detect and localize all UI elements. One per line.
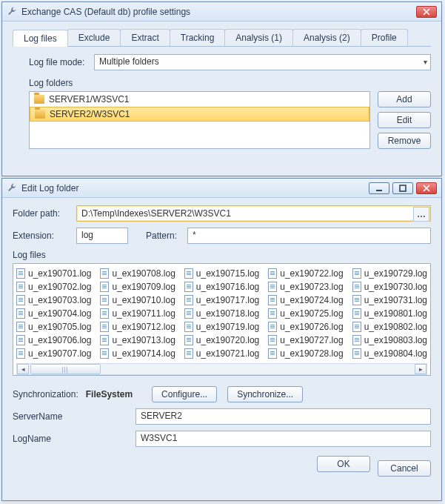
file-icon (184, 348, 193, 359)
minimize-button[interactable] (369, 182, 389, 194)
add-button[interactable]: Add (378, 91, 431, 107)
log-name-input[interactable]: W3SVC1 (135, 431, 431, 447)
file-name: u_ex190729.log (364, 268, 427, 279)
file-name: u_ex190711.log (112, 308, 175, 319)
file-item[interactable]: u_ex190712.log (100, 320, 175, 334)
server-name-input[interactable]: SERVER2 (135, 408, 431, 425)
maximize-button[interactable] (392, 182, 413, 194)
file-item[interactable]: u_ex190731.log (352, 294, 427, 307)
browse-button[interactable]: … (413, 207, 429, 222)
log-file-mode-select[interactable]: Multiple folders ▾ (94, 54, 431, 70)
file-item[interactable]: u_ex190730.log (352, 280, 427, 294)
file-item[interactable]: u_ex190721.log (184, 347, 259, 360)
synchronize-button[interactable]: Synchronize... (227, 386, 303, 402)
scroll-right-button[interactable]: ▸ (415, 364, 426, 374)
file-item[interactable]: u_ex190728.log (268, 347, 343, 360)
list-item[interactable]: SERVER2/W3SVC1 (30, 107, 369, 122)
file-item[interactable]: u_ex190702.log (16, 280, 91, 294)
file-name: u_ex190801.log (364, 308, 427, 319)
file-item[interactable]: u_ex190724.log (268, 294, 343, 307)
file-item[interactable]: u_ex190804.log (352, 347, 427, 360)
log-folders-label: Log folders (29, 78, 431, 88)
edit-log-folder-window: Edit Log folder Folder path: D:\Temp\Ind… (1, 178, 442, 501)
pattern-input[interactable]: * (187, 228, 431, 244)
file-item[interactable]: u_ex190707.log (16, 347, 91, 360)
file-item[interactable]: u_ex190703.log (16, 294, 91, 307)
wrench-icon (7, 7, 17, 17)
file-item[interactable]: u_ex190726.log (268, 320, 343, 334)
log-files-label: Log files (13, 250, 431, 260)
configure-button[interactable]: Configure... (152, 386, 217, 402)
tab-extract[interactable]: Extract (120, 29, 170, 46)
file-item[interactable]: u_ex190802.log (352, 320, 427, 334)
file-icon (184, 268, 193, 279)
file-icon (100, 348, 109, 359)
files-list[interactable]: u_ex190701.logu_ex190702.logu_ex190703.l… (13, 263, 431, 376)
svg-rect-0 (376, 190, 382, 191)
pattern-label: Pattern: (146, 231, 183, 241)
file-icon (268, 268, 277, 279)
tab-exclude[interactable]: Exclude (67, 29, 121, 46)
close-button[interactable] (416, 182, 437, 194)
edit-button[interactable]: Edit (378, 112, 431, 128)
file-item[interactable]: u_ex190717.log (184, 294, 259, 307)
cancel-button[interactable]: Cancel (378, 460, 431, 477)
file-name: u_ex190722.log (280, 268, 343, 279)
file-item[interactable]: u_ex190727.log (268, 334, 343, 347)
file-item[interactable]: u_ex190709.log (100, 280, 175, 294)
file-item[interactable]: u_ex190705.log (16, 320, 91, 334)
file-icon (16, 335, 25, 345)
tab-log-files[interactable]: Log files (13, 30, 68, 47)
file-name: u_ex190720.log (196, 335, 259, 345)
file-item[interactable]: u_ex190704.log (16, 307, 91, 320)
remove-button[interactable]: Remove (378, 133, 431, 149)
tab-profile[interactable]: Profile (361, 29, 408, 46)
file-name: u_ex190725.log (280, 308, 343, 319)
file-name: u_ex190713.log (112, 335, 175, 345)
file-item[interactable]: u_ex190715.log (184, 267, 259, 280)
file-icon (184, 295, 193, 305)
scroll-left-button[interactable]: ◂ (17, 364, 29, 374)
file-item[interactable]: u_ex190729.log (352, 267, 427, 280)
ok-button[interactable]: OK (317, 456, 370, 472)
close-button[interactable] (416, 6, 437, 18)
file-item[interactable]: u_ex190718.log (184, 307, 259, 320)
file-item[interactable]: u_ex190801.log (352, 307, 427, 320)
tab-analysis-2[interactable]: Analysis (2) (292, 29, 361, 46)
file-item[interactable]: u_ex190714.log (100, 347, 175, 360)
file-item[interactable]: u_ex190803.log (352, 334, 427, 347)
folder-path-input[interactable]: D:\Temp\Indexes\SERVER2\W3SVC1 … (76, 205, 431, 222)
file-icon (16, 268, 25, 279)
log-name-label: LogName (13, 434, 131, 444)
file-item[interactable]: u_ex190701.log (16, 267, 91, 280)
file-item[interactable]: u_ex190723.log (268, 280, 343, 294)
log-folders-list[interactable]: SERVER1/W3SVC1 SERVER2/W3SVC1 (29, 91, 370, 149)
file-item[interactable]: u_ex190710.log (100, 294, 175, 307)
file-name: u_ex190701.log (28, 268, 91, 279)
extension-input[interactable]: log (76, 228, 128, 244)
file-item[interactable]: u_ex190716.log (184, 280, 259, 294)
file-item[interactable]: u_ex190719.log (184, 320, 259, 334)
file-item[interactable]: u_ex190720.log (184, 334, 259, 347)
extension-label: Extension: (13, 231, 72, 241)
file-icon (100, 335, 109, 345)
tab-analysis-1[interactable]: Analysis (1) (224, 29, 293, 46)
list-item[interactable]: SERVER1/W3SVC1 (30, 92, 369, 107)
log-file-mode-value: Multiple folders (99, 56, 159, 67)
scrollbar-thumb[interactable] (30, 364, 101, 374)
file-item[interactable]: u_ex190706.log (16, 334, 91, 347)
titlebar[interactable]: Exchange CAS (Default db) profile settin… (2, 2, 441, 21)
tab-tracking[interactable]: Tracking (170, 29, 226, 46)
file-icon (100, 322, 109, 332)
file-icon (184, 322, 193, 332)
file-item[interactable]: u_ex190722.log (268, 267, 343, 280)
file-name: u_ex190731.log (364, 295, 427, 305)
file-icon (16, 348, 25, 359)
file-item[interactable]: u_ex190725.log (268, 307, 343, 320)
titlebar[interactable]: Edit Log folder (2, 179, 441, 198)
file-item[interactable]: u_ex190713.log (100, 334, 175, 347)
file-item[interactable]: u_ex190711.log (100, 307, 175, 320)
folder-name: SERVER2/W3SVC1 (50, 109, 130, 119)
horizontal-scrollbar[interactable]: ◂ ▸ (16, 363, 427, 375)
file-item[interactable]: u_ex190708.log (100, 267, 175, 280)
